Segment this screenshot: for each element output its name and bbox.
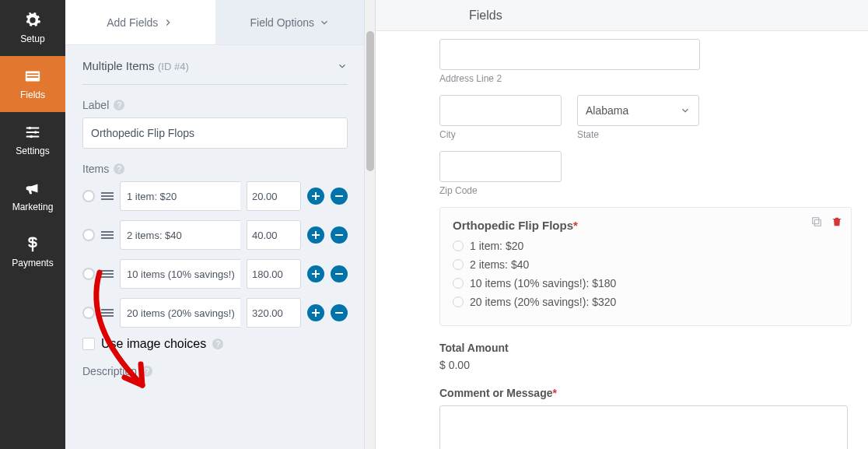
drag-handle-icon[interactable] (101, 192, 114, 200)
panel-scrollbar[interactable] (364, 0, 375, 449)
option-row[interactable]: 2 items: $40 (453, 258, 838, 271)
chevron-down-icon (319, 17, 330, 28)
option-label: 10 items (10% savings!): $180 (470, 277, 616, 289)
help-icon[interactable]: ? (212, 339, 223, 349)
nav-marketing[interactable]: Marketing (0, 168, 65, 224)
city-label: City (439, 129, 562, 140)
add-item-button[interactable] (307, 226, 324, 244)
drag-handle-icon[interactable] (101, 309, 114, 317)
section-header[interactable]: Multiple Items (ID #4) (82, 59, 348, 85)
option-radio[interactable] (453, 296, 464, 307)
top-bar: Fields (376, 0, 868, 31)
help-icon[interactable]: ? (114, 100, 124, 110)
bullhorn-icon (24, 180, 41, 197)
city-input[interactable] (439, 95, 562, 126)
item-label-input[interactable] (120, 298, 240, 328)
field-editor-panel: Add Fields Field Options Multiple Items … (65, 0, 376, 449)
chevron-down-icon (337, 61, 348, 72)
add-item-button[interactable] (307, 304, 324, 321)
item-default-radio[interactable] (82, 307, 95, 319)
item-label-input[interactable] (120, 220, 240, 250)
nav-fields[interactable]: Fields (0, 56, 65, 112)
form-preview: Address Line 2 City Alabama State Zip Co… (439, 39, 852, 449)
drag-handle-icon[interactable] (101, 231, 114, 239)
nav-label: Setup (20, 33, 44, 44)
zip-input[interactable] (439, 151, 562, 182)
nav-settings[interactable]: Settings (0, 112, 65, 168)
help-icon[interactable]: ? (142, 366, 152, 377)
item-label-input[interactable] (120, 181, 240, 211)
nav-label: Fields (20, 89, 45, 100)
image-choices-label: Use image choices (101, 337, 206, 351)
item-label-input[interactable] (120, 259, 240, 289)
nav-setup[interactable]: Setup (0, 0, 65, 56)
field-options-section: Multiple Items (ID #4) Label ? Items ? U… (65, 45, 365, 377)
state-label: State (577, 129, 699, 140)
trash-icon[interactable] (831, 216, 843, 228)
svg-rect-2 (27, 76, 39, 78)
option-label: 20 items (20% savings!): $320 (470, 296, 616, 308)
option-label: 2 items: $40 (470, 258, 529, 271)
item-price-input[interactable] (247, 259, 301, 289)
state-value: Alabama (586, 104, 628, 117)
label-heading: Label (82, 99, 109, 111)
scrollbar-thumb[interactable] (366, 31, 374, 171)
sliders-icon (24, 124, 41, 141)
image-choices-row: Use image choices ? (82, 337, 348, 351)
tab-add-fields[interactable]: Add Fields (65, 0, 215, 44)
add-item-button[interactable] (307, 265, 324, 282)
item-row (82, 259, 348, 289)
description-heading-row: Description ? (82, 365, 348, 377)
drag-handle-icon[interactable] (101, 270, 114, 278)
item-row (82, 220, 348, 250)
multiple-items-field-card[interactable]: Orthopedic Flip Flops* 1 item: $202 item… (439, 207, 852, 326)
remove-item-button[interactable] (331, 265, 348, 282)
comment-textarea[interactable] (439, 405, 848, 449)
duplicate-icon[interactable] (810, 216, 823, 228)
card-title: Orthopedic Flip Flops* (453, 219, 838, 232)
svg-rect-6 (814, 219, 821, 226)
nav-label: Marketing (12, 202, 54, 212)
help-icon[interactable]: ? (114, 163, 124, 174)
address-line-2-label: Address Line 2 (439, 73, 852, 84)
dollar-icon (24, 236, 41, 253)
option-radio[interactable] (453, 259, 464, 270)
option-row[interactable]: 20 items (20% savings!): $320 (453, 296, 838, 308)
nav-label: Settings (16, 146, 49, 156)
svg-rect-1 (27, 73, 39, 75)
chevron-down-icon (680, 105, 691, 116)
label-input[interactable] (82, 118, 348, 149)
option-row[interactable]: 1 item: $20 (453, 240, 838, 252)
item-default-radio[interactable] (82, 229, 95, 241)
tab-field-options[interactable]: Field Options (215, 0, 366, 44)
state-select[interactable]: Alabama (577, 95, 699, 126)
svg-point-4 (34, 131, 37, 134)
remove-item-button[interactable] (331, 226, 348, 244)
editor-tabs: Add Fields Field Options (65, 0, 365, 45)
tab-label: Field Options (250, 16, 314, 29)
item-price-input[interactable] (247, 181, 301, 211)
item-default-radio[interactable] (82, 268, 95, 280)
nav-label: Payments (12, 258, 53, 268)
sidebar-nav: Setup Fields Settings Marketing Payments (0, 0, 65, 449)
label-heading-row: Label ? (82, 99, 348, 111)
section-title: Multiple Items (82, 59, 155, 72)
remove-item-button[interactable] (331, 304, 348, 321)
items-heading-row: Items ? (82, 163, 348, 175)
item-price-input[interactable] (247, 298, 301, 328)
item-price-input[interactable] (247, 220, 301, 250)
address-line-2-input[interactable] (439, 39, 700, 70)
description-heading: Description (82, 365, 137, 377)
nav-payments[interactable]: Payments (0, 224, 65, 280)
add-item-button[interactable] (307, 188, 324, 205)
option-radio[interactable] (453, 240, 464, 251)
item-row (82, 298, 348, 328)
chevron-right-icon (163, 17, 173, 28)
item-default-radio[interactable] (82, 190, 95, 202)
option-radio[interactable] (453, 278, 464, 289)
image-choices-checkbox[interactable] (82, 338, 95, 350)
top-bar-title: Fields (469, 9, 502, 23)
remove-item-button[interactable] (331, 188, 348, 205)
gear-icon (24, 12, 41, 29)
option-row[interactable]: 10 items (10% savings!): $180 (453, 277, 838, 289)
